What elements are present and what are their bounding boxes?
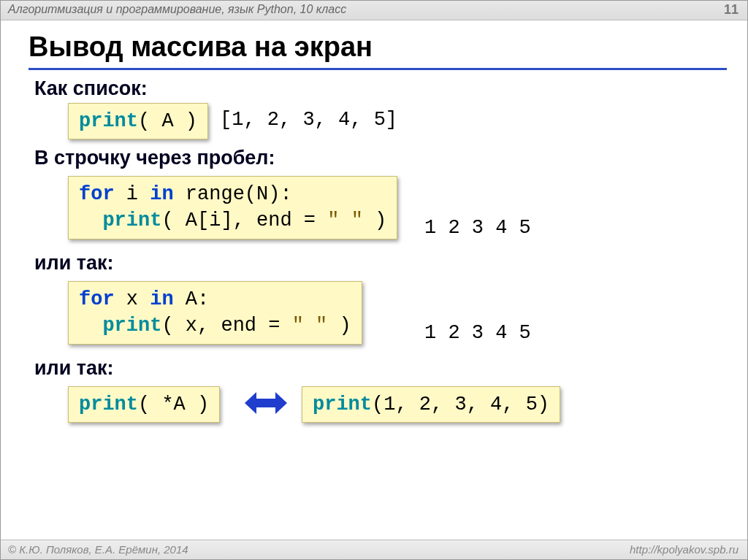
section-label-or1: или так: xyxy=(34,252,114,275)
footer-authors: © К.Ю. Поляков, Е.А. Ерёмин, 2014 xyxy=(8,543,188,556)
code-token: " " xyxy=(292,315,328,337)
code-token: in xyxy=(150,183,173,205)
code-token: A: xyxy=(174,288,210,310)
section-label-or2: или так: xyxy=(34,357,114,380)
code-token: range(N): xyxy=(174,183,292,205)
code-token: " " xyxy=(327,210,363,231)
code-token: ( A ) xyxy=(138,110,197,132)
double-arrow-icon xyxy=(245,392,287,414)
code-token: x xyxy=(115,288,150,310)
code-token: for xyxy=(79,183,115,205)
header-bar: Алгоритмизация и программирование, язык … xyxy=(1,1,747,20)
code-print-expanded: print(1, 2, 3, 4, 5) xyxy=(302,386,560,423)
output-line-1: 1 2 3 4 5 xyxy=(424,217,531,239)
section-label-list: Как список: xyxy=(34,77,148,100)
code-token xyxy=(79,210,102,231)
code-token xyxy=(79,315,102,337)
title-underline xyxy=(28,68,727,70)
code-token: for xyxy=(79,288,115,310)
code-token: ) xyxy=(363,210,386,231)
footer-url: http://kpolyakov.spb.ru xyxy=(630,543,739,556)
code-token: ) xyxy=(327,315,351,337)
footer-bar: © К.Ю. Поляков, Е.А. Ерёмин, 2014 http:/… xyxy=(1,540,747,559)
slide: Алгоритмизация и программирование, язык … xyxy=(0,0,748,560)
code-token: print xyxy=(313,394,372,415)
output-list: [1, 2, 3, 4, 5] xyxy=(220,109,397,131)
code-token: ( A[i], end = xyxy=(161,210,327,231)
slide-title: Вывод массива на экран xyxy=(28,31,373,63)
section-label-line: В строчку через пробел: xyxy=(34,147,275,169)
code-print-a: print( A ) xyxy=(68,103,208,139)
code-token: ( x, end = xyxy=(161,315,291,337)
code-token: (1, 2, 3, 4, 5) xyxy=(372,394,549,415)
code-token: print xyxy=(79,110,138,132)
code-token: print xyxy=(102,315,161,337)
code-print-unpack: print( *A ) xyxy=(68,386,220,423)
output-line-2: 1 2 3 4 5 xyxy=(424,322,531,344)
code-token: i xyxy=(115,183,150,205)
header-title: Алгоритмизация и программирование, язык … xyxy=(8,3,346,16)
code-token: print xyxy=(102,210,161,231)
code-token: ( *A ) xyxy=(138,394,209,415)
page-number: 11 xyxy=(724,2,739,18)
code-token: print xyxy=(79,394,138,415)
code-for-in-a: for x in A: print( x, end = " " ) xyxy=(68,281,362,345)
code-token: in xyxy=(150,288,173,310)
code-for-range: for i in range(N): print( A[i], end = " … xyxy=(68,176,397,239)
